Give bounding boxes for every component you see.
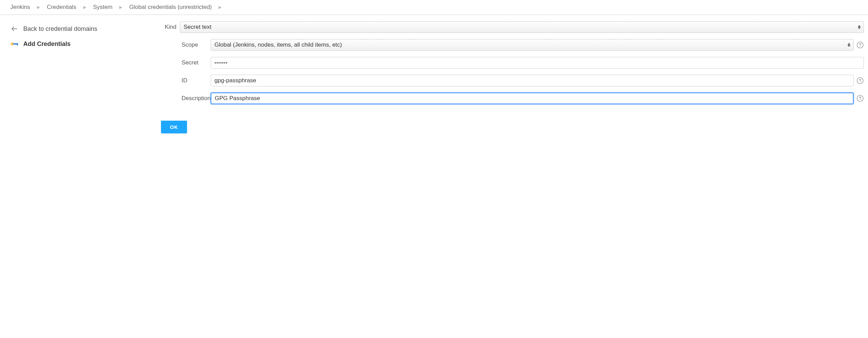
id-label: ID	[161, 77, 211, 84]
breadcrumb-global[interactable]: Global credentials (unrestricted)	[127, 4, 214, 11]
kind-select[interactable]: Secret text	[180, 21, 864, 33]
chevron-right-icon: ▶	[214, 5, 226, 10]
description-label: Description	[161, 95, 211, 102]
secret-input[interactable]: •••••••	[211, 57, 864, 69]
breadcrumb-credentials[interactable]: Credentials	[45, 4, 78, 11]
breadcrumb-jenkins[interactable]: Jenkins	[8, 4, 32, 11]
back-to-domains-link[interactable]: Back to credential domains	[8, 21, 161, 36]
help-icon[interactable]: ?	[856, 77, 864, 84]
svg-marker-6	[858, 27, 861, 29]
scope-label: Scope	[161, 41, 211, 48]
scope-select-value: Global (Jenkins, nodes, items, all child…	[214, 41, 342, 48]
help-icon[interactable]: ?	[856, 41, 864, 49]
back-to-domains-label: Back to credential domains	[23, 25, 97, 33]
kind-label: Kind	[161, 24, 180, 31]
add-credentials-label: Add Credentials	[23, 40, 71, 48]
chevron-right-icon: ▶	[32, 5, 45, 10]
chevron-right-icon: ▶	[114, 5, 127, 10]
scope-select[interactable]: Global (Jenkins, nodes, items, all child…	[211, 39, 854, 51]
key-icon	[10, 40, 18, 48]
chevron-right-icon: ▶	[78, 5, 91, 10]
svg-marker-7	[847, 43, 851, 45]
secret-label: Secret	[161, 59, 211, 66]
svg-text:?: ?	[859, 78, 861, 83]
svg-marker-8	[847, 45, 851, 47]
sidebar: Back to credential domains Add Credentia…	[0, 21, 161, 133]
id-input[interactable]	[211, 75, 854, 86]
svg-text:?: ?	[859, 42, 861, 47]
select-chevron-icon	[847, 43, 851, 47]
main-form: Kind Secret text Scope Global (Jenkins, …	[161, 21, 868, 133]
arrow-left-icon	[10, 25, 18, 33]
ok-button[interactable]: OK	[161, 121, 187, 133]
add-credentials-link[interactable]: Add Credentials	[8, 36, 161, 51]
select-chevron-icon	[858, 25, 861, 29]
svg-marker-5	[858, 25, 861, 27]
breadcrumb-system[interactable]: System	[91, 4, 115, 11]
svg-point-4	[11, 43, 12, 44]
description-input[interactable]	[211, 93, 854, 104]
kind-select-value: Secret text	[184, 24, 211, 31]
secret-value: •••••••	[214, 60, 228, 65]
svg-text:?: ?	[859, 96, 861, 101]
help-icon[interactable]: ?	[856, 95, 864, 102]
svg-rect-3	[17, 43, 18, 45]
breadcrumb: Jenkins ▶ Credentials ▶ System ▶ Global …	[0, 0, 868, 15]
